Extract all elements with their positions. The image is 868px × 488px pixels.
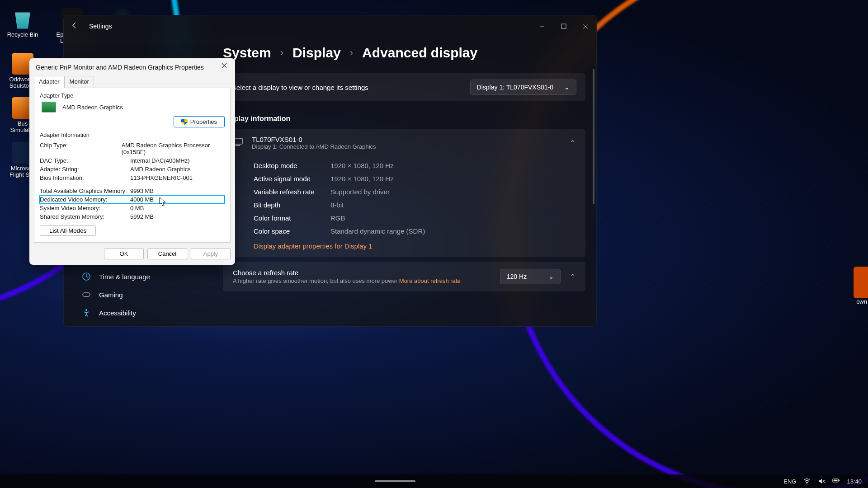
taskbar[interactable]: ENG 13:40 (0, 474, 868, 488)
info-key: Color space (254, 227, 330, 235)
adapter-string-label: Adapter String: (40, 166, 130, 173)
display-info-row: Desktop mode1920 × 1080, 120 Hz (254, 159, 555, 172)
total-mem-label: Total Available Graphics Memory: (40, 188, 130, 194)
recycle-bin-icon (12, 8, 33, 30)
adapter-string-value: AMD Radeon Graphics (130, 166, 191, 173)
sys-mem-label: System Video Memory: (40, 205, 130, 211)
chevron-right-icon: › (350, 47, 353, 59)
ok-button[interactable]: OK (104, 248, 144, 259)
volume-mute-icon[interactable] (818, 478, 825, 485)
info-key: Color format (254, 214, 330, 222)
maximize-button[interactable] (553, 15, 575, 37)
section-title: Display information (223, 115, 585, 123)
battery-icon[interactable] (832, 478, 840, 485)
chevron-up-icon: ⌃ (570, 139, 576, 147)
bios-info-value: 113-PHXGENERIC-001 (130, 174, 193, 181)
chip-type-value: AMD Radeon Graphics Processor (0x15BF) (122, 142, 225, 155)
apply-button[interactable]: Apply (191, 248, 231, 259)
chevron-down-icon: ⌄ (548, 273, 554, 280)
shared-mem-value: 5992 MB (130, 213, 154, 220)
close-button[interactable] (220, 63, 229, 72)
display-select-value: Display 1: TL070FVXS01-0 (477, 84, 553, 91)
chevron-down-icon: ⌄ (564, 84, 570, 91)
info-value: 1920 × 1080, 120 Hz (330, 162, 394, 169)
sidebar-item-accessibility[interactable]: Accessibility (76, 304, 212, 322)
minimize-button[interactable] (531, 15, 553, 37)
desktop-icon-label: own (854, 298, 868, 305)
breadcrumb-display[interactable]: Display (292, 45, 341, 61)
svg-rect-10 (834, 480, 838, 482)
taskbar-clock[interactable]: 13:40 (847, 478, 862, 485)
info-value: RGB (330, 214, 345, 222)
dac-type-value: Internal DAC(400MHz) (130, 157, 190, 164)
svg-rect-1 (561, 24, 566, 28)
tab-monitor[interactable]: Monitor (65, 76, 94, 88)
list-all-modes-button[interactable]: List All Modes (40, 225, 96, 236)
sidebar-item-time-language[interactable]: Time & language (76, 267, 212, 286)
info-value: 1920 × 1080, 120 Hz (330, 175, 394, 183)
wifi-icon[interactable] (803, 478, 811, 485)
info-key: Active signal mode (254, 175, 330, 183)
clock-icon (82, 272, 91, 281)
close-button[interactable] (575, 15, 596, 37)
display-select-row: Select a display to view or change its s… (223, 73, 585, 101)
adapter-info-label: Adapter Information (40, 132, 225, 138)
total-mem-value: 9993 MB (130, 188, 154, 194)
dedicated-mem-value: 4000 MB (130, 196, 154, 203)
chevron-up-icon[interactable]: ⌃ (570, 272, 576, 281)
gamepad-icon (82, 290, 91, 299)
refresh-more-link[interactable]: More about refresh rate (399, 277, 461, 284)
svg-rect-9 (839, 480, 840, 482)
display-info-row: Color formatRGB (254, 211, 555, 225)
adapter-properties-dialog: Generic PnP Monitor and AMD Radeon Graph… (29, 58, 235, 265)
sidebar-item-label: Accessibility (99, 309, 136, 317)
refresh-title: Choose a refresh rate (233, 269, 491, 277)
uac-shield-icon (181, 119, 188, 125)
display-select-dropdown[interactable]: Display 1: TL070FVXS01-0 ⌄ (470, 80, 576, 95)
info-key: Desktop mode (254, 162, 330, 169)
refresh-rate-dropdown[interactable]: 120 Hz ⌄ (500, 269, 561, 284)
window-title: Settings (89, 23, 112, 30)
sidebar-item-gaming[interactable]: Gaming (76, 286, 212, 304)
desktop-icon-recycle-bin[interactable]: Recycle Bin (5, 8, 41, 45)
breadcrumb-current: Advanced display (362, 45, 477, 61)
display-info-row: Active signal mode1920 × 1080, 120 Hz (254, 172, 555, 185)
info-key: Bit depth (254, 201, 330, 209)
chevron-right-icon: › (280, 47, 283, 59)
display-select-label: Select a display to view or change its s… (232, 84, 368, 91)
scrollbar[interactable] (593, 69, 594, 204)
info-key: Variable refresh rate (254, 188, 330, 196)
taskbar-language[interactable]: ENG (783, 478, 796, 485)
desktop-icon-label: Recycle Bin (7, 32, 38, 38)
display-adapter-props-link[interactable]: Display adapter properties for Display 1 (254, 238, 555, 250)
svg-point-4 (85, 309, 87, 311)
info-value: Supported by driver (330, 188, 390, 196)
display-info-header[interactable]: TL070FVXS01-0 Display 1: Connected to AM… (223, 129, 585, 156)
svg-point-7 (807, 483, 807, 484)
sys-mem-value: 0 MB (130, 205, 144, 211)
shared-mem-label: Shared System Memory: (40, 213, 130, 220)
display-info-sub: Display 1: Connected to AMD Radeon Graph… (252, 143, 561, 150)
adapter-type-label: Adapter Type (40, 93, 225, 99)
bios-info-label: Bios Information: (40, 174, 130, 181)
display-info-row: Color spaceStandard dynamic range (SDR) (254, 225, 555, 238)
dac-type-label: DAC Type: (40, 157, 130, 164)
sidebar-item-label: Gaming (99, 291, 123, 299)
properties-button[interactable]: Properties (174, 116, 225, 127)
tab-adapter[interactable]: Adapter (34, 76, 65, 88)
accessibility-icon (82, 308, 91, 317)
dialog-title: Generic PnP Monitor and AMD Radeon Graph… (36, 64, 204, 71)
gpu-card-icon (42, 102, 56, 113)
adapter-type-value: AMD Radeon Graphics (62, 104, 123, 111)
desktop-icon-partial[interactable] (854, 267, 868, 298)
refresh-rate-value: 120 Hz (507, 273, 527, 280)
cancel-button[interactable]: Cancel (147, 248, 187, 259)
chip-type-label: Chip Type: (40, 142, 122, 155)
taskbar-grabber[interactable] (375, 480, 415, 482)
display-info-row: Variable refresh rateSupported by driver (254, 185, 555, 198)
info-value: Standard dynamic range (SDR) (330, 227, 425, 235)
refresh-sub: A higher rate gives smoother motion, but… (233, 277, 491, 284)
display-info-title: TL070FVXS01-0 (252, 136, 561, 143)
back-button[interactable] (71, 22, 80, 31)
info-value: 8-bit (330, 201, 344, 209)
